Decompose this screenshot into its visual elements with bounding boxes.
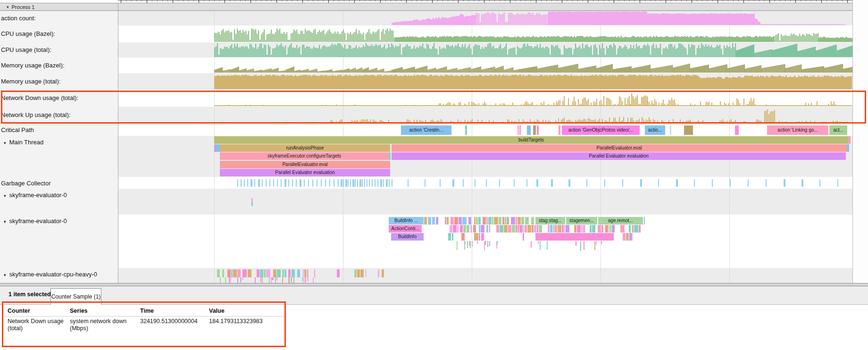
thread-label[interactable]: ▾skyframe-evaluator-cpu-heavy-0 [4,271,97,278]
critical-path-slice[interactable] [559,125,560,135]
trace-slice[interactable] [452,233,453,241]
gc-tick[interactable] [364,179,365,187]
trace-slice[interactable] [305,277,306,283]
trace-slice[interactable] [360,269,364,277]
gc-tick[interactable] [244,179,245,187]
trace-slice[interactable] [478,217,481,225]
evaluator-slice[interactable]: ActionConti... [389,225,422,233]
trace-slice[interactable] [222,269,224,277]
main-thread-slice[interactable]: ParallelEvaluator.eval [220,161,390,168]
gc-tick[interactable] [730,179,731,187]
gc-tick[interactable] [712,179,713,187]
trace-slice[interactable] [284,269,286,277]
trace-slice[interactable] [474,233,478,241]
gc-tick[interactable] [386,179,388,187]
trace-slice[interactable] [297,269,300,277]
trace-slice[interactable] [507,217,509,225]
trace-slice[interactable] [564,225,565,233]
network-up-usage-chart[interactable] [118,107,852,123]
trace-slice[interactable] [610,225,611,233]
trace-slice[interactable] [462,217,467,225]
gc-tick[interactable] [676,179,678,187]
trace-slice[interactable] [576,241,576,246]
trace-slice[interactable] [527,225,531,233]
trace-slice[interactable] [605,225,608,233]
gc-tick[interactable] [369,179,370,187]
trace-slice[interactable] [476,217,478,225]
evaluator-slice[interactable]: stag:stag... [535,217,565,225]
trace-slice[interactable] [468,217,471,225]
trace-slice[interactable] [483,217,486,225]
trace-slice[interactable] [516,217,517,225]
trace-slice[interactable] [601,241,602,244]
trace-slice[interactable] [231,269,233,277]
gc-tick[interactable] [486,179,487,187]
trace-slice[interactable] [508,225,512,233]
trace-slice[interactable] [517,225,519,233]
trace-slice[interactable] [492,217,493,225]
main-thread-slice[interactable]: runAnalysisPhase [220,144,390,152]
trace-slice[interactable] [488,217,492,225]
trace-slice[interactable] [237,277,238,283]
trace-slice[interactable] [531,217,534,225]
trace-slice[interactable] [248,269,251,277]
tab-counter-sample[interactable]: Counter Sample (1) [50,288,101,305]
trace-slice[interactable] [519,225,523,233]
gc-tick[interactable] [766,179,767,187]
cpu-usage-bazel-chart[interactable] [118,25,852,42]
trace-slice[interactable] [500,225,503,233]
evaluator-slice[interactable] [436,217,438,225]
trace-slice[interactable] [523,233,524,241]
trace-slice[interactable] [474,217,476,225]
gc-tick[interactable] [440,179,441,187]
gc-tick[interactable] [308,179,309,187]
trace-slice[interactable] [539,225,542,233]
trace-slice[interactable] [472,241,473,247]
trace-slice[interactable] [378,269,380,277]
trace-slice[interactable] [629,225,631,233]
trace-slice[interactable] [521,217,525,225]
trace-slice[interactable] [623,233,626,241]
trace-slice[interactable] [292,269,295,277]
evaluator-slice[interactable] [428,217,431,225]
trace-slice[interactable] [460,225,463,233]
trace-slice[interactable] [354,269,356,277]
trace-slice[interactable] [502,217,504,225]
gc-tick[interactable] [359,179,361,187]
trace-slice[interactable] [304,269,306,277]
trace-slice[interactable] [477,241,478,244]
trace-slice[interactable] [366,269,366,277]
trace-slice[interactable] [303,269,304,277]
action-count-chart[interactable] [118,11,852,25]
main-thread-slice[interactable]: skyframeExecutor.configureTargets [220,152,389,160]
table-cell[interactable]: Network Down usage (total) [8,318,64,332]
gc-tick[interactable] [338,179,339,187]
gc-tick[interactable] [375,179,376,187]
gc-tick[interactable] [355,179,356,187]
gc-tick[interactable] [425,179,426,187]
trace-slice[interactable] [620,225,625,233]
trace-slice[interactable] [499,217,501,225]
cpu-usage-total-chart[interactable] [118,42,852,57]
gc-tick[interactable] [837,179,838,187]
trace-slice[interactable] [562,225,564,233]
trace-slice[interactable] [511,217,515,225]
trace-slice[interactable] [467,225,470,233]
gc-tick[interactable] [277,179,278,187]
main-thread-slice[interactable]: buildTargets [214,136,848,144]
trace-slice[interactable] [291,277,292,283]
trace-slice[interactable] [479,233,480,241]
trace-slice[interactable] [337,269,340,277]
trace-slice[interactable] [601,225,604,233]
trace-slice[interactable] [260,277,261,282]
trace-slice[interactable] [230,277,231,283]
evaluator-slice[interactable] [432,217,435,225]
trace-slice[interactable] [445,217,446,225]
gc-tick[interactable] [237,179,238,187]
gc-tick[interactable] [254,179,255,187]
critical-path-slice[interactable] [670,125,671,135]
gc-tick[interactable] [586,179,587,187]
gc-tick[interactable] [801,179,803,187]
gc-tick[interactable] [348,179,349,187]
trace-slice[interactable] [525,217,529,225]
